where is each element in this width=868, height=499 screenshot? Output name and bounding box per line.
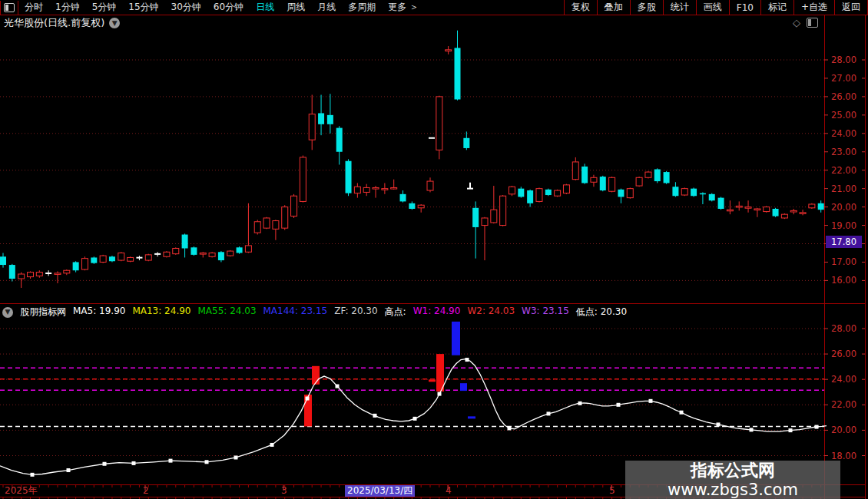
main-axis-label: 27.00 bbox=[826, 73, 862, 84]
date-label: 5 bbox=[609, 485, 615, 497]
indicator-value: W1: 24.90 bbox=[413, 306, 461, 319]
watermark: 指标公式网 www.zbgs3.com bbox=[625, 461, 840, 499]
main-axis-label: 21.00 bbox=[826, 183, 862, 194]
main-axis-label: 26.00 bbox=[826, 91, 862, 102]
indicator-value: 股朋指标网 bbox=[20, 306, 66, 319]
indicator-value: MA55: 24.03 bbox=[197, 306, 256, 319]
indicator-values: 股朋指标网MA5: 19.90MA13: 24.90MA55: 24.03MA1… bbox=[20, 306, 627, 319]
date-label: 3 bbox=[281, 485, 287, 497]
main-axis-label: 23.00 bbox=[826, 147, 862, 157]
main-axis-label: 19.00 bbox=[826, 220, 862, 231]
indicator-axis-label: 28.00 bbox=[826, 323, 862, 334]
indicator-chevron-icon[interactable]: ▼ bbox=[2, 307, 13, 318]
watermark-url: www.zbgs3.com bbox=[625, 481, 840, 499]
indicator-axis-label: 20.00 bbox=[826, 425, 862, 435]
date-label: 4 bbox=[446, 485, 452, 497]
indicator-axis-label: 26.00 bbox=[826, 349, 862, 359]
main-axis-label: 17.00 bbox=[826, 256, 862, 267]
chart-canvas bbox=[0, 0, 868, 499]
watermark-title: 指标公式网 bbox=[625, 461, 840, 480]
indicator-value: MA13: 24.90 bbox=[132, 306, 190, 319]
main-axis-label: 20.00 bbox=[826, 202, 862, 213]
indicator-axis-label: 18.00 bbox=[826, 451, 862, 461]
last-price-badge: 17.80 bbox=[826, 236, 862, 248]
main-axis-label: 16.00 bbox=[826, 275, 862, 286]
indicator-value: W3: 23.15 bbox=[522, 306, 569, 319]
date-label: 2 bbox=[143, 485, 149, 497]
main-axis-label: 24.00 bbox=[826, 128, 862, 139]
indicator-value: MA5: 19.90 bbox=[73, 306, 125, 319]
main-axis-label: 28.00 bbox=[826, 55, 862, 65]
stock-app-window: 分时1分钟5分钟15分钟30分钟60分钟日线周线月线多周期更多 ＞ 复权叠加多股… bbox=[0, 0, 868, 499]
indicator-value: W2: 24.03 bbox=[467, 306, 515, 319]
indicator-axis-label: 22.00 bbox=[826, 399, 862, 410]
indicator-value: 高点: bbox=[385, 306, 406, 319]
indicator-value: 低点: 20.30 bbox=[576, 306, 627, 319]
date-highlight: 2025/03/13/四 bbox=[345, 485, 415, 497]
indicator-header: ▼ 股朋指标网MA5: 19.90MA13: 24.90MA55: 24.03M… bbox=[2, 306, 627, 319]
indicator-value: ZF: 20.30 bbox=[334, 306, 377, 319]
main-axis-label: 22.00 bbox=[826, 165, 862, 176]
main-axis-label: 25.00 bbox=[826, 110, 862, 121]
date-label: 2025年 bbox=[5, 485, 38, 497]
indicator-axis-label: 24.00 bbox=[826, 374, 862, 385]
indicator-value: MA144: 23.15 bbox=[263, 306, 328, 319]
